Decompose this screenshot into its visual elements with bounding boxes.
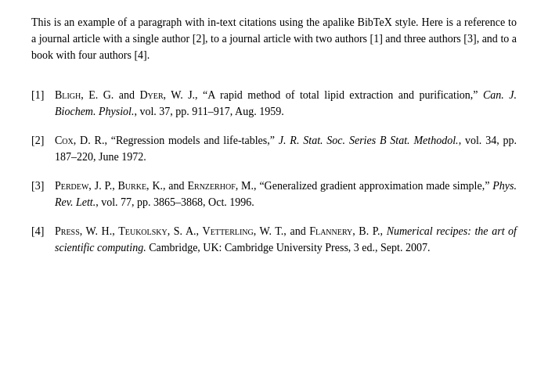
ref-content-4: Press, W. H., Teukolsky, S. A., Vetterli… <box>55 223 517 256</box>
intro-paragraph: This is an example of a paragraph with i… <box>31 14 517 63</box>
ref-label-2: [2] <box>31 132 55 149</box>
references-section: [1] Bligh, E. G. and Dyer, W. J., “A rap… <box>31 87 517 256</box>
ref-entry-1: [1] Bligh, E. G. and Dyer, W. J., “A rap… <box>31 87 517 120</box>
ref-entry-3: [3] Perdew, J. P., Burke, K., and Ernzer… <box>31 178 517 210</box>
ref-content-1: Bligh, E. G. and Dyer, W. J., “A rapid m… <box>55 87 517 120</box>
ref-entry-4: [4] Press, W. H., Teukolsky, S. A., Vett… <box>31 223 517 256</box>
ref-label-4: [4] <box>31 223 55 239</box>
ref-content-2: Cox, D. R., “Regression models and life-… <box>55 132 517 165</box>
ref-content-3: Perdew, J. P., Burke, K., and Ernzerhof,… <box>55 178 517 210</box>
ref-label-3: [3] <box>31 178 55 194</box>
ref-entry-2: [2] Cox, D. R., “Regression models and l… <box>31 132 517 165</box>
ref-label-1: [1] <box>31 87 55 103</box>
